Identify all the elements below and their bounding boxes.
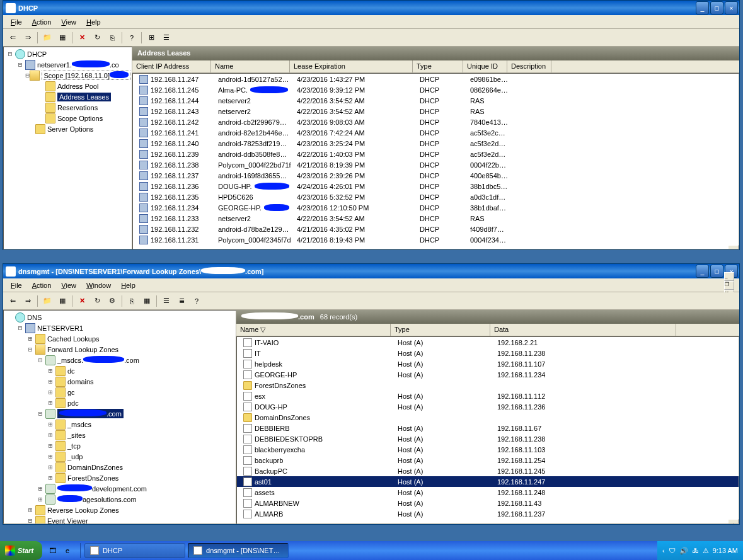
settings-button[interactable]: ⚙ — [105, 294, 119, 308]
start-button[interactable]: Start — [0, 541, 42, 560]
tree-item[interactable]: Address Pool — [5, 81, 130, 91]
delete-button[interactable]: ✕ — [75, 31, 89, 45]
scroll-up-button[interactable]: ▲ — [728, 245, 739, 249]
dns-titlebar[interactable]: dnsmgmt - [DNS\NETSERVER1\Forward Lookup… — [3, 264, 739, 278]
column-header[interactable]: Name ▽ — [236, 324, 391, 336]
tree-item[interactable]: DNS — [5, 312, 234, 323]
menu-help[interactable]: Help — [116, 280, 141, 291]
lease-row[interactable]: 192.168.11.235HPD5C6264/23/2016 5:32:52 … — [133, 191, 739, 202]
record-row[interactable]: blackberryexchaHost (A)192.168.11.103 — [237, 444, 739, 455]
column-header[interactable]: Data — [490, 324, 676, 336]
columns-button[interactable]: ⊞ — [144, 31, 158, 45]
scrollbar[interactable]: ▲ ▼ — [728, 519, 739, 524]
expander-icon[interactable]: ⊞ — [25, 506, 35, 514]
expander-icon[interactable]: ⊟ — [5, 50, 15, 58]
tree-item[interactable]: ⊟netserver1..co — [5, 59, 130, 70]
list-button[interactable]: ☰ — [159, 294, 173, 308]
tree-item[interactable]: ⊟.com — [5, 408, 234, 419]
export-button[interactable]: ⎘ — [125, 294, 139, 308]
refresh-button[interactable]: ↻ — [90, 294, 104, 308]
expander-icon[interactable]: ⊞ — [45, 377, 55, 386]
record-row[interactable]: DomainDnsZones — [237, 412, 739, 423]
column-header[interactable]: Type — [391, 324, 490, 336]
show-desktop-icon[interactable]: 🗔 — [46, 544, 59, 557]
lease-row[interactable]: 192.168.11.242android-cb2f299679…4/23/20… — [133, 117, 739, 127]
menu-action[interactable]: Action — [27, 16, 57, 28]
tree-item[interactable]: ⊟_msdcs..com — [5, 355, 234, 365]
column-header[interactable]: Client IP Address — [132, 60, 211, 72]
expander-icon[interactable]: ⊞ — [45, 474, 55, 482]
lease-row[interactable]: 192.168.11.234GEORGE-HP.4/23/2016 12:10:… — [133, 202, 739, 213]
tree-item[interactable]: Scope Options — [5, 113, 130, 123]
tree-item[interactable]: ⊞_udp — [5, 451, 234, 462]
tree-item[interactable]: ⊞dc — [5, 365, 234, 376]
lease-row[interactable]: 192.168.11.236DOUG-HP.4/24/2016 4:26:01 … — [133, 181, 739, 191]
back-button[interactable]: ⇐ — [6, 294, 20, 308]
forward-button[interactable]: ⇒ — [21, 294, 35, 308]
expander-icon[interactable]: ⊞ — [45, 463, 55, 471]
warning-icon[interactable]: ⚠ — [703, 547, 709, 555]
tree-item[interactable]: ⊟Event Viewer — [5, 515, 234, 524]
menu-view[interactable]: View — [56, 16, 81, 28]
ie-icon[interactable]: e — [61, 544, 74, 557]
record-row[interactable]: ITHost (A)192.168.11.238 — [237, 348, 739, 358]
menu-file[interactable]: File — [6, 16, 27, 28]
expander-icon[interactable]: ⊞ — [25, 334, 35, 343]
menu-view[interactable]: View — [56, 280, 81, 291]
record-row[interactable]: backuprbHost (A)192.168.11.254 — [237, 455, 739, 466]
expander-icon[interactable]: ⊟ — [15, 60, 25, 69]
expander-icon[interactable]: ⊞ — [35, 484, 45, 493]
properties-button[interactable]: ▦ — [55, 294, 69, 308]
minimize-button[interactable]: _ — [696, 265, 709, 278]
network-icon[interactable]: 🖧 — [692, 547, 699, 554]
tree-item[interactable]: ⊞development.com — [5, 483, 234, 494]
maximize-button[interactable]: □ — [710, 265, 723, 278]
back-button[interactable]: ⇐ — [6, 31, 20, 45]
expander-icon[interactable]: ⊟ — [35, 356, 45, 364]
record-row[interactable]: GEORGE-HPHost (A)192.168.11.234 — [237, 369, 739, 380]
tree-item[interactable]: ⊞DomainDnsZones — [5, 462, 234, 472]
properties-button[interactable]: ▦ — [55, 31, 69, 45]
taskbar-task[interactable]: DHCP — [84, 543, 185, 558]
column-header[interactable]: Lease Expiration — [290, 60, 413, 72]
expander-icon[interactable]: ⊟ — [25, 517, 35, 524]
up-button[interactable]: 📁 — [40, 31, 54, 45]
volume-icon[interactable]: 🔊 — [679, 547, 688, 555]
shield-icon[interactable]: 🛡 — [669, 547, 676, 554]
tree-item[interactable]: ⊞_msdcs — [5, 419, 234, 430]
tree-item[interactable]: ⊞gc — [5, 387, 234, 397]
menu-window[interactable]: Window — [81, 280, 116, 291]
system-tray[interactable]: ‹ 🛡 🔊 🖧 ⚠ 9:13 AM — [657, 541, 743, 560]
taskbar-task[interactable]: dnsmgmt - [DNS\NET… — [188, 543, 289, 558]
lease-row[interactable]: 192.168.11.239android-ddb3508fe8…4/22/20… — [133, 149, 739, 159]
expander-icon[interactable]: ⊞ — [45, 388, 55, 396]
forward-button[interactable]: ⇒ — [21, 31, 35, 45]
record-row[interactable]: esxHost (A)192.168.11.112 — [237, 391, 739, 401]
tree-item[interactable]: Address Leases — [5, 91, 130, 102]
dhcp-titlebar[interactable]: DHCP _ □ ✕ — [3, 1, 739, 15]
lease-row[interactable]: 192.168.11.237android-169f8d3655…4/23/20… — [133, 170, 739, 181]
expander-icon[interactable]: ⊞ — [45, 399, 55, 407]
record-row[interactable]: ForestDnsZones — [237, 380, 739, 391]
column-header[interactable]: Description — [507, 60, 551, 72]
close-button[interactable]: ✕ — [725, 1, 738, 14]
tree-item[interactable]: ⊟Scope [192.168.11.0] — [5, 70, 130, 81]
expander-icon[interactable]: ⊟ — [25, 71, 30, 79]
tree-item[interactable]: ⊟NETSERVER1 — [5, 323, 234, 333]
mdi-restore-button[interactable]: ❐ — [724, 281, 734, 290]
expander-icon[interactable]: ⊟ — [15, 324, 25, 332]
record-row[interactable]: assetsHost (A)192.168.11.248 — [237, 487, 739, 498]
lease-row[interactable]: 192.168.11.231Polycom_0004f2345f7d4/21/2… — [133, 234, 739, 245]
lease-row[interactable]: 192.168.11.243netserver24/22/2016 3:54:5… — [133, 106, 739, 117]
scrollbar[interactable]: ▲ ▼ — [728, 245, 739, 249]
refresh-button[interactable]: ↻ — [90, 31, 104, 45]
tree-item[interactable]: Server Options — [5, 123, 130, 134]
tree-item[interactable]: ⊞agesolutions.com — [5, 494, 234, 505]
dns-tree-pane[interactable]: DNS⊟NETSERVER1⊞Cached Lookups⊟Forward Lo… — [3, 310, 236, 524]
mdi-minimize-button[interactable]: _ — [724, 272, 734, 281]
delete-button[interactable]: ✕ — [75, 294, 89, 308]
record-row[interactable]: IT-VAIOHost (A)192.168.2.21 — [237, 337, 739, 348]
lease-row[interactable]: 192.168.11.241android-82e12b446e…4/23/20… — [133, 127, 739, 138]
dhcp-list-body[interactable]: 192.168.11.247android-1d50127a52…4/23/20… — [132, 73, 739, 249]
tree-item[interactable]: ⊞_tcp — [5, 440, 234, 451]
